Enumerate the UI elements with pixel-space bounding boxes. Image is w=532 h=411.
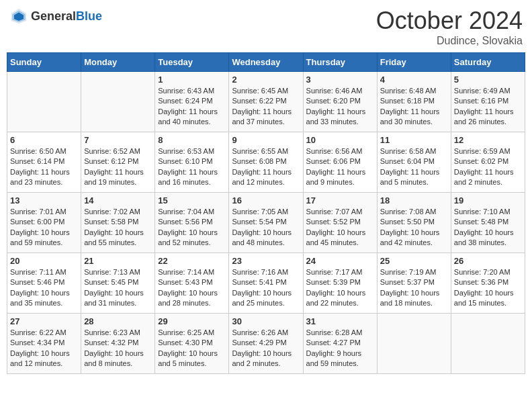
day-info: Sunrise: 6:23 AMSunset: 4:32 PMDaylight:…: [84, 328, 152, 369]
calendar-table: SundayMondayTuesdayWednesdayThursdayFrid…: [7, 52, 525, 374]
day-number: 14: [84, 195, 152, 205]
day-number: 5: [454, 75, 522, 85]
calendar-cell: 22Sunrise: 7:14 AMSunset: 5:43 PMDayligh…: [155, 253, 229, 314]
calendar-cell: 30Sunrise: 6:26 AMSunset: 4:29 PMDayligh…: [229, 314, 303, 374]
day-number: 26: [454, 256, 522, 266]
day-info: Sunrise: 7:08 AMSunset: 5:50 PMDaylight:…: [380, 207, 448, 248]
day-info: Sunrise: 6:58 AMSunset: 6:04 PMDaylight:…: [380, 146, 448, 188]
calendar-cell: [7, 72, 81, 132]
calendar-cell: 25Sunrise: 7:19 AMSunset: 5:37 PMDayligh…: [377, 253, 451, 314]
day-number: 30: [232, 316, 300, 326]
day-info: Sunrise: 7:11 AMSunset: 5:46 PMDaylight:…: [10, 267, 78, 309]
day-info: Sunrise: 7:01 AMSunset: 6:00 PMDaylight:…: [10, 207, 78, 248]
day-number: 13: [10, 195, 78, 205]
day-info: Sunrise: 7:10 AMSunset: 5:48 PMDaylight:…: [454, 207, 522, 248]
calendar-cell: [377, 314, 451, 374]
day-number: 7: [84, 135, 152, 145]
day-info: Sunrise: 6:48 AMSunset: 6:18 PMDaylight:…: [380, 86, 448, 128]
weekday-header: Saturday: [451, 53, 525, 72]
day-number: 9: [232, 135, 300, 145]
day-info: Sunrise: 7:16 AMSunset: 5:41 PMDaylight:…: [232, 267, 300, 309]
day-number: 17: [306, 195, 374, 205]
day-number: 22: [158, 256, 226, 266]
calendar-cell: 11Sunrise: 6:58 AMSunset: 6:04 PMDayligh…: [377, 132, 451, 193]
day-info: Sunrise: 7:20 AMSunset: 5:36 PMDaylight:…: [454, 267, 522, 309]
day-info: Sunrise: 6:49 AMSunset: 6:16 PMDaylight:…: [454, 86, 522, 128]
calendar-cell: 1Sunrise: 6:43 AMSunset: 6:24 PMDaylight…: [155, 72, 229, 132]
calendar-cell: 28Sunrise: 6:23 AMSunset: 4:32 PMDayligh…: [81, 314, 155, 374]
day-number: 16: [232, 195, 300, 205]
calendar-cell: 23Sunrise: 7:16 AMSunset: 5:41 PMDayligh…: [229, 253, 303, 314]
calendar-cell: 15Sunrise: 7:04 AMSunset: 5:56 PMDayligh…: [155, 193, 229, 253]
calendar-cell: 12Sunrise: 6:59 AMSunset: 6:02 PMDayligh…: [451, 132, 525, 193]
day-info: Sunrise: 6:52 AMSunset: 6:12 PMDaylight:…: [84, 146, 152, 188]
day-info: Sunrise: 7:02 AMSunset: 5:58 PMDaylight:…: [84, 207, 152, 248]
calendar-header: SundayMondayTuesdayWednesdayThursdayFrid…: [7, 53, 525, 72]
day-number: 20: [10, 256, 78, 266]
day-number: 28: [84, 316, 152, 326]
weekday-header: Monday: [81, 53, 155, 72]
calendar-cell: [451, 314, 525, 374]
day-info: Sunrise: 6:22 AMSunset: 4:34 PMDaylight:…: [10, 328, 78, 369]
day-info: Sunrise: 7:07 AMSunset: 5:52 PMDaylight:…: [306, 207, 374, 248]
day-number: 4: [380, 75, 448, 85]
day-info: Sunrise: 7:14 AMSunset: 5:43 PMDaylight:…: [158, 267, 226, 309]
day-info: Sunrise: 7:17 AMSunset: 5:39 PMDaylight:…: [306, 267, 374, 309]
day-info: Sunrise: 6:46 AMSunset: 6:20 PMDaylight:…: [306, 86, 374, 128]
day-number: 3: [306, 75, 374, 85]
calendar-week: 1Sunrise: 6:43 AMSunset: 6:24 PMDaylight…: [7, 72, 525, 132]
day-info: Sunrise: 6:59 AMSunset: 6:02 PMDaylight:…: [454, 146, 522, 188]
day-info: Sunrise: 6:26 AMSunset: 4:29 PMDaylight:…: [232, 328, 300, 369]
calendar-cell: [81, 72, 155, 132]
calendar-cell: 17Sunrise: 7:07 AMSunset: 5:52 PMDayligh…: [303, 193, 377, 253]
month-title: October 2024: [376, 7, 523, 35]
calendar-cell: 8Sunrise: 6:53 AMSunset: 6:10 PMDaylight…: [155, 132, 229, 193]
day-info: Sunrise: 6:56 AMSunset: 6:06 PMDaylight:…: [306, 146, 374, 188]
calendar-cell: 18Sunrise: 7:08 AMSunset: 5:50 PMDayligh…: [377, 193, 451, 253]
calendar-cell: 6Sunrise: 6:50 AMSunset: 6:14 PMDaylight…: [7, 132, 81, 193]
day-number: 23: [232, 256, 300, 266]
calendar-cell: 31Sunrise: 6:28 AMSunset: 4:27 PMDayligh…: [303, 314, 377, 374]
calendar-cell: 21Sunrise: 7:13 AMSunset: 5:45 PMDayligh…: [81, 253, 155, 314]
calendar-cell: 4Sunrise: 6:48 AMSunset: 6:18 PMDaylight…: [377, 72, 451, 132]
day-info: Sunrise: 6:55 AMSunset: 6:08 PMDaylight:…: [232, 146, 300, 188]
calendar-cell: 13Sunrise: 7:01 AMSunset: 6:00 PMDayligh…: [7, 193, 81, 253]
logo-blue: Blue: [76, 9, 102, 23]
day-number: 24: [306, 256, 374, 266]
day-number: 31: [306, 316, 374, 326]
day-number: 15: [158, 195, 226, 205]
calendar-week: 20Sunrise: 7:11 AMSunset: 5:46 PMDayligh…: [7, 253, 525, 314]
calendar-body: 1Sunrise: 6:43 AMSunset: 6:24 PMDaylight…: [7, 72, 525, 374]
calendar-cell: 14Sunrise: 7:02 AMSunset: 5:58 PMDayligh…: [81, 193, 155, 253]
weekday-header: Tuesday: [155, 53, 229, 72]
calendar-cell: 26Sunrise: 7:20 AMSunset: 5:36 PMDayligh…: [451, 253, 525, 314]
location: Dudince, Slovakia: [376, 35, 523, 47]
day-number: 19: [454, 195, 522, 205]
logo: GeneralBlue: [9, 7, 102, 26]
calendar-cell: 24Sunrise: 7:17 AMSunset: 5:39 PMDayligh…: [303, 253, 377, 314]
day-info: Sunrise: 6:43 AMSunset: 6:24 PMDaylight:…: [158, 86, 226, 128]
day-info: Sunrise: 6:53 AMSunset: 6:10 PMDaylight:…: [158, 146, 226, 188]
day-info: Sunrise: 6:45 AMSunset: 6:22 PMDaylight:…: [232, 86, 300, 128]
calendar-cell: 16Sunrise: 7:05 AMSunset: 5:54 PMDayligh…: [229, 193, 303, 253]
calendar-cell: 10Sunrise: 6:56 AMSunset: 6:06 PMDayligh…: [303, 132, 377, 193]
calendar-week: 6Sunrise: 6:50 AMSunset: 6:14 PMDaylight…: [7, 132, 525, 193]
calendar-cell: 3Sunrise: 6:46 AMSunset: 6:20 PMDaylight…: [303, 72, 377, 132]
calendar-cell: 27Sunrise: 6:22 AMSunset: 4:34 PMDayligh…: [7, 314, 81, 374]
day-number: 25: [380, 256, 448, 266]
day-number: 11: [380, 135, 448, 145]
day-info: Sunrise: 7:05 AMSunset: 5:54 PMDaylight:…: [232, 207, 300, 248]
day-number: 2: [232, 75, 300, 85]
weekday-header: Thursday: [303, 53, 377, 72]
day-number: 12: [454, 135, 522, 145]
calendar-cell: 2Sunrise: 6:45 AMSunset: 6:22 PMDaylight…: [229, 72, 303, 132]
calendar-cell: 20Sunrise: 7:11 AMSunset: 5:46 PMDayligh…: [7, 253, 81, 314]
day-info: Sunrise: 7:19 AMSunset: 5:37 PMDaylight:…: [380, 267, 448, 309]
calendar-cell: 5Sunrise: 6:49 AMSunset: 6:16 PMDaylight…: [451, 72, 525, 132]
day-info: Sunrise: 6:50 AMSunset: 6:14 PMDaylight:…: [10, 146, 78, 188]
logo-general: General: [31, 9, 76, 23]
weekday-header: Friday: [377, 53, 451, 72]
day-info: Sunrise: 7:04 AMSunset: 5:56 PMDaylight:…: [158, 207, 226, 248]
day-number: 8: [158, 135, 226, 145]
day-info: Sunrise: 6:25 AMSunset: 4:30 PMDaylight:…: [158, 328, 226, 369]
